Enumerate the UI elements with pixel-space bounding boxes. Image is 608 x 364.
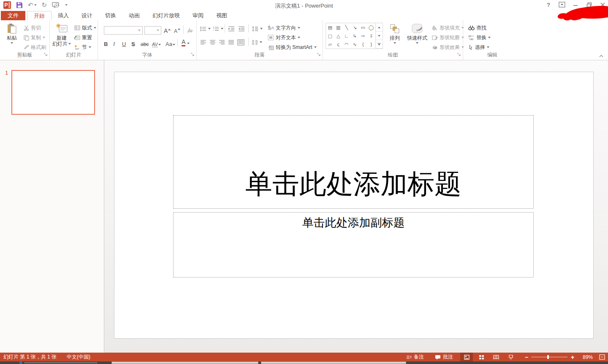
- shape-textbox-icon[interactable]: ▤: [326, 23, 334, 32]
- convert-to-smartart-button[interactable]: 转换为 SmartArt: [268, 43, 317, 51]
- tab-transitions[interactable]: 切换: [99, 11, 122, 20]
- shape-outline-button[interactable]: 形状轮廓: [432, 33, 464, 42]
- section-button[interactable]: 节: [74, 43, 91, 51]
- bold-button[interactable]: B: [104, 39, 108, 47]
- tab-design[interactable]: 设计: [75, 11, 99, 20]
- find-button[interactable]: 查找: [468, 24, 486, 32]
- text-shadow-button[interactable]: S: [131, 39, 135, 47]
- shape-right-brace-icon[interactable]: }: [367, 40, 376, 49]
- shape-scroll-up-button[interactable]: [376, 23, 383, 32]
- tab-slideshow[interactable]: 幻灯片放映: [146, 11, 186, 20]
- decrease-indent-button[interactable]: [228, 24, 235, 33]
- shape-down-arrow-icon[interactable]: ⇩: [367, 32, 376, 40]
- numbering-button[interactable]: [213, 24, 223, 33]
- reading-view-button[interactable]: [490, 353, 502, 361]
- collapse-ribbon-icon[interactable]: [599, 53, 604, 59]
- arrange-button[interactable]: 排列: [386, 22, 403, 54]
- zoom-in-button[interactable]: +: [571, 353, 574, 361]
- shrink-font-button[interactable]: A: [174, 26, 180, 34]
- tab-insert[interactable]: 插入: [52, 11, 75, 20]
- zoom-slider[interactable]: [531, 357, 567, 357]
- font-name-combobox[interactable]: [104, 26, 143, 35]
- help-icon[interactable]: ?: [545, 1, 552, 8]
- clipboard-dialog-launcher-icon[interactable]: [44, 52, 48, 58]
- taskbar-button[interactable]: [111, 361, 258, 364]
- slide-canvas[interactable]: 单击此处添加标题 单击此处添加副标题: [114, 72, 594, 339]
- taskbar-icon[interactable]: [19, 361, 22, 364]
- shape-rounded-rectangle-icon[interactable]: ▢: [326, 32, 334, 40]
- title-placeholder[interactable]: 单击此处添加标题: [173, 115, 534, 209]
- tab-animations[interactable]: 动画: [122, 11, 146, 20]
- shape-line-icon[interactable]: ╲: [342, 23, 351, 32]
- align-right-button[interactable]: [219, 38, 225, 46]
- align-text-button[interactable]: 对齐文本: [268, 33, 300, 42]
- shape-left-brace-icon[interactable]: {: [359, 40, 367, 49]
- bullets-button[interactable]: [200, 24, 211, 33]
- shape-elbow-connector-icon[interactable]: ∟: [342, 32, 351, 40]
- zoom-slider-handle[interactable]: [547, 355, 549, 359]
- shape-freeform-icon[interactable]: ▱: [326, 40, 334, 49]
- shape-curve-icon[interactable]: ∿: [351, 40, 359, 49]
- line-spacing-button[interactable]: [252, 24, 263, 33]
- shape-effects-button[interactable]: 形状效果: [432, 43, 464, 51]
- shape-scribble-icon[interactable]: ς: [334, 40, 343, 49]
- shape-vertical-textbox-icon[interactable]: ▥: [334, 23, 343, 32]
- tab-home[interactable]: 开始: [27, 11, 52, 20]
- font-dialog-launcher-icon[interactable]: [191, 52, 195, 58]
- zoom-out-button[interactable]: −: [525, 353, 528, 361]
- shape-rectangle-icon[interactable]: ▭: [359, 23, 367, 32]
- character-spacing-button[interactable]: AV: [152, 39, 161, 47]
- distributed-button[interactable]: [237, 38, 244, 46]
- shape-scroll-down-button[interactable]: [376, 32, 383, 40]
- quick-styles-button[interactable]: 快速样式: [405, 22, 429, 54]
- paragraph-dialog-launcher-icon[interactable]: [317, 52, 321, 58]
- slideshow-view-button[interactable]: [505, 353, 517, 361]
- new-slide-button[interactable]: 新建 幻灯片: [52, 22, 72, 54]
- font-size-combobox[interactable]: [144, 26, 161, 35]
- fit-to-window-button[interactable]: [599, 353, 605, 361]
- shape-arrow-icon[interactable]: ↘: [351, 23, 359, 32]
- text-direction-button[interactable]: A 文字方向: [268, 24, 300, 32]
- slide-counter[interactable]: 幻灯片 第 1 张，共 1 张: [3, 353, 57, 361]
- normal-view-button[interactable]: [460, 353, 473, 361]
- slide-thumbnail[interactable]: [11, 70, 95, 115]
- font-color-button[interactable]: A: [182, 38, 190, 46]
- shape-gallery-more-button[interactable]: [376, 40, 383, 49]
- notes-toggle[interactable]: 备注: [406, 353, 424, 361]
- strikethrough-button[interactable]: abc: [141, 39, 149, 47]
- increase-indent-button[interactable]: [238, 24, 245, 33]
- clear-formatting-button[interactable]: [187, 26, 193, 34]
- shape-right-arrow-icon[interactable]: ⇨: [359, 32, 367, 40]
- underline-button[interactable]: U: [122, 39, 126, 47]
- align-center-button[interactable]: [209, 38, 216, 46]
- shape-triangle-icon[interactable]: △: [334, 32, 343, 40]
- taskbar-button[interactable]: [261, 361, 406, 364]
- drawing-dialog-launcher-icon[interactable]: [457, 52, 461, 58]
- taskbar-button[interactable]: [24, 361, 98, 364]
- comments-toggle[interactable]: 批注: [435, 353, 453, 361]
- tab-view[interactable]: 视图: [210, 11, 233, 20]
- columns-button[interactable]: [252, 38, 262, 46]
- layout-button[interactable]: 版式: [74, 24, 96, 32]
- grow-font-button[interactable]: A: [164, 26, 171, 34]
- paste-button[interactable]: 粘贴: [3, 22, 21, 54]
- subtitle-placeholder[interactable]: 单击此处添加副标题: [173, 212, 534, 278]
- slide-sorter-view-button[interactable]: [475, 353, 488, 361]
- change-case-button[interactable]: Aa: [166, 39, 175, 47]
- shape-fill-button[interactable]: 形状填充: [432, 24, 464, 32]
- shape-elbow-arrow-icon[interactable]: ↳: [351, 32, 359, 40]
- select-button[interactable]: 选择: [468, 43, 489, 51]
- reset-button[interactable]: 重置: [74, 33, 92, 42]
- format-painter-button[interactable]: 格式刷: [24, 43, 46, 51]
- shape-arc-icon[interactable]: ◠: [342, 40, 351, 49]
- zoom-level[interactable]: 89%: [583, 353, 593, 361]
- shape-oval-icon[interactable]: ◯: [367, 23, 376, 32]
- copy-button[interactable]: 复制: [24, 33, 45, 42]
- align-left-button[interactable]: [200, 38, 206, 46]
- cut-button[interactable]: 剪切: [24, 24, 41, 32]
- justify-button[interactable]: [228, 38, 234, 46]
- tab-file[interactable]: 文件: [1, 11, 25, 20]
- italic-button[interactable]: I: [113, 39, 115, 47]
- replace-button[interactable]: abac 替换: [468, 33, 491, 42]
- language-indicator[interactable]: 中文(中国): [67, 353, 90, 361]
